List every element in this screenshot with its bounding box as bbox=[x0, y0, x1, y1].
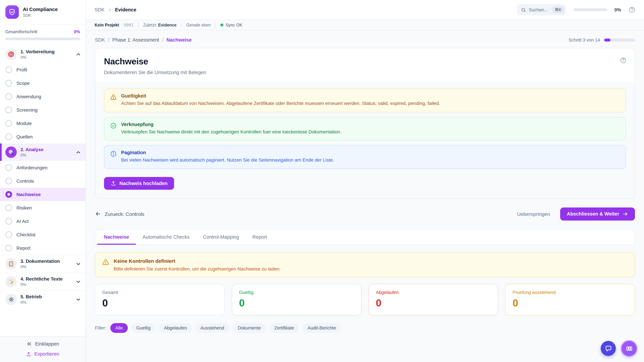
sidebar-item-report[interactable]: Report bbox=[0, 241, 86, 255]
chevron-down-icon bbox=[76, 261, 81, 266]
chevron-down-icon bbox=[76, 297, 81, 302]
breadcrumb-phase[interactable]: Phase 1: Assessment bbox=[112, 37, 159, 42]
step-bullet bbox=[5, 218, 12, 225]
filter-pill-gueltig[interactable]: Gueltig bbox=[131, 323, 156, 333]
chevrons-left-icon bbox=[26, 341, 32, 347]
sidebar-item-profil[interactable]: Profil bbox=[0, 63, 86, 76]
alert-text: Achten Sie auf das Ablaufdatum von Nachw… bbox=[121, 100, 440, 107]
filter-row: Filter: Alle Gueltig Abgelaufen Ausstehe… bbox=[95, 323, 635, 333]
step-bullet bbox=[5, 120, 12, 127]
top-progress-value: 0% bbox=[614, 7, 621, 12]
sync-ok-dot bbox=[220, 23, 224, 26]
stat-value: 0 bbox=[239, 297, 354, 309]
overall-progress: Gesamtfortschritt 0% bbox=[0, 24, 86, 45]
sidebar-item-anforderungen[interactable]: Anforderungen bbox=[0, 161, 86, 174]
tab-automatische-checks[interactable]: Automatische Checks bbox=[136, 230, 196, 245]
alert-title: Pagination bbox=[121, 150, 334, 155]
collapse-sidebar-button[interactable]: Einklappen bbox=[26, 341, 59, 347]
section-progress: 0% bbox=[20, 55, 72, 60]
upload-evidence-button[interactable]: Nachweis hochladen bbox=[104, 177, 174, 190]
columns-icon bbox=[626, 345, 633, 352]
step-indicator: Schritt 3 von 14 bbox=[568, 37, 635, 42]
breadcrumb-root[interactable]: SDK bbox=[94, 7, 105, 12]
sidebar-footer: Einklappen Exportieren bbox=[0, 336, 86, 362]
columns-fab-button[interactable] bbox=[622, 341, 636, 356]
shield-check-icon bbox=[8, 8, 16, 16]
sidebar-nav: 1. Vorbereitung 0% Profil Scope Anwendun… bbox=[0, 45, 86, 336]
back-to-controls-link[interactable]: Zurueck: Controls bbox=[95, 211, 144, 217]
sidebar-item-checklist[interactable]: Checklist bbox=[0, 228, 86, 241]
step-bullet bbox=[5, 164, 12, 171]
step-bullet bbox=[5, 80, 12, 86]
app-logo bbox=[5, 5, 19, 19]
sidebar-section-betrieb[interactable]: 5. Betrieb 0% bbox=[0, 290, 86, 308]
sidebar-item-controls[interactable]: Controls bbox=[0, 174, 86, 188]
filter-pill-ausstehend[interactable]: Ausstehend bbox=[196, 323, 230, 333]
tab-control-mapping[interactable]: Control-Mapping bbox=[196, 230, 246, 245]
divider bbox=[215, 22, 216, 27]
alert-verknuepfung: Verknuepfung Verknuepfen Sie Nachweise d… bbox=[104, 117, 626, 140]
sidebar-item-anwendung[interactable]: Anwendung bbox=[0, 90, 86, 103]
target-icon bbox=[5, 49, 17, 60]
export-button[interactable]: Exportieren bbox=[26, 351, 59, 357]
page-content: SDK / Phase 1: Assessment / Nachweise Sc… bbox=[86, 30, 644, 362]
clipboard-icon bbox=[5, 258, 17, 270]
help-icon[interactable] bbox=[620, 57, 626, 64]
main-area: SDK Evidence Suchen... ⌘K 0% bbox=[86, 0, 644, 362]
arrow-right-icon bbox=[622, 211, 628, 217]
help-icon[interactable] bbox=[628, 6, 635, 13]
overall-progress-bar bbox=[5, 37, 80, 40]
section-progress: 0% bbox=[20, 265, 72, 269]
stat-label: Gesamt bbox=[102, 290, 217, 295]
stat-value: 0 bbox=[513, 297, 628, 309]
no-controls-warning: Keine Kontrollen definiert Bitte definie… bbox=[95, 252, 635, 277]
app-title: AI Compliance bbox=[23, 6, 58, 12]
section-progress: 0% bbox=[20, 282, 72, 287]
gear-icon bbox=[5, 294, 17, 305]
skip-button[interactable]: Ueberspringen bbox=[517, 211, 550, 217]
sidebar-section-vorbereitung[interactable]: 1. Vorbereitung 0% bbox=[0, 45, 86, 63]
sidebar-item-ai-act[interactable]: AI Act bbox=[0, 215, 86, 228]
info-circle-icon bbox=[110, 150, 117, 163]
tab-report[interactable]: Report bbox=[246, 230, 274, 245]
chat-bubble-icon bbox=[604, 345, 612, 352]
breadcrumb-sdk[interactable]: SDK bbox=[95, 37, 105, 42]
floating-buttons bbox=[601, 341, 636, 356]
filter-pill-zertifikate[interactable]: Zertifikate bbox=[269, 323, 299, 333]
sidebar-item-module[interactable]: Module bbox=[0, 117, 86, 130]
section-title: 5. Betrieb bbox=[20, 294, 72, 300]
sidebar-section-dokumentation[interactable]: 3. Dokumentation 0% bbox=[0, 255, 86, 273]
sidebar-item-quellen[interactable]: Quellen bbox=[0, 130, 86, 143]
nachweise-card: Nachweise Dokumentieren Sie die Umsetzun… bbox=[95, 48, 635, 199]
step-bullet bbox=[5, 204, 12, 211]
page-title: Nachweise bbox=[104, 56, 626, 67]
step-bullet bbox=[5, 231, 12, 238]
status-bar: Kein Projekt V001 Zuletzt: Evidence Gera… bbox=[86, 20, 644, 30]
filter-pill-abgelaufen[interactable]: Abgelaufen bbox=[159, 323, 192, 333]
sidebar-section-analyse[interactable]: 2. Analyse 0% bbox=[0, 143, 86, 161]
divider bbox=[138, 22, 138, 27]
step-label: Schritt 3 von 14 bbox=[568, 37, 600, 42]
app-window: AI Compliance SDK Gesamtfortschritt 0% 1… bbox=[0, 0, 644, 362]
sidebar-section-rechtliche-texte[interactable]: 4. Rechtliche Texte 0% bbox=[0, 273, 86, 290]
alert-text: Bei vielen Nachweisen wird automatisch p… bbox=[121, 157, 334, 163]
filter-label: Filter: bbox=[95, 326, 106, 331]
filter-pill-alle[interactable]: Alle bbox=[110, 323, 128, 333]
tab-nachweise[interactable]: Nachweise bbox=[97, 230, 136, 245]
chat-fab-button[interactable] bbox=[601, 341, 616, 356]
alert-title: Verknuepfung bbox=[121, 121, 342, 127]
sidebar-item-scope[interactable]: Scope bbox=[0, 76, 86, 90]
chevron-up-icon bbox=[76, 150, 81, 155]
sidebar-item-nachweise[interactable]: Nachweise bbox=[0, 188, 86, 201]
alert-gueltigkeit: Gueltigkeit Achten Sie auf das Ablaufdat… bbox=[104, 88, 626, 112]
alert-title: Gueltigkeit bbox=[121, 93, 440, 98]
finish-and-next-button[interactable]: Abschliessen & Weiter bbox=[560, 207, 635, 221]
sidebar-item-risiken[interactable]: Risiken bbox=[0, 201, 86, 215]
sidebar-item-screening[interactable]: Screening bbox=[0, 103, 86, 117]
page-breadcrumb: SDK / Phase 1: Assessment / Nachweise bbox=[95, 37, 192, 42]
filter-pill-dokumente[interactable]: Dokumente bbox=[232, 323, 266, 333]
search-input[interactable]: Suchen... ⌘K bbox=[517, 4, 566, 15]
filter-pill-audit-berichte[interactable]: Audit-Berichte bbox=[302, 323, 341, 333]
sidebar: AI Compliance SDK Gesamtfortschritt 0% 1… bbox=[0, 0, 86, 362]
stat-card-abgelaufen: Abgelaufen 0 bbox=[368, 284, 498, 316]
